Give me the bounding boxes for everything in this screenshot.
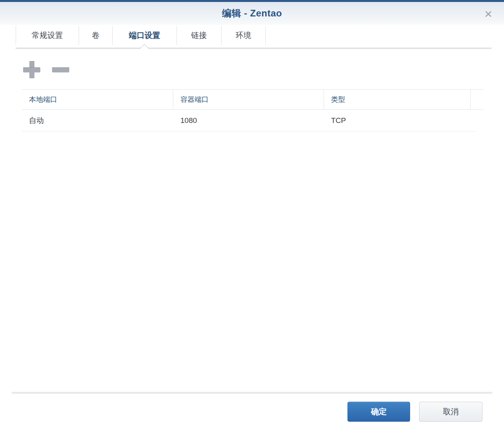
dialog-title: 编辑 - Zentao [0, 2, 504, 25]
minus-icon [52, 67, 69, 72]
tab-label: 环境 [236, 30, 251, 41]
cancel-button[interactable]: 取消 [419, 402, 482, 422]
column-header-spacer [471, 90, 484, 109]
footer-divider [12, 392, 492, 394]
tab-port-settings[interactable]: 端口设置 [112, 26, 176, 45]
tab-label: 端口设置 [129, 30, 160, 41]
tab-links[interactable]: 链接 [176, 26, 221, 45]
cell-local-port: 自动 [22, 110, 173, 131]
column-header-type[interactable]: 类型 [324, 90, 471, 109]
remove-port-button[interactable] [52, 61, 70, 79]
column-header-local-port[interactable]: 本地端口 [22, 90, 173, 109]
tab-environment[interactable]: 环境 [221, 26, 266, 45]
ok-button[interactable]: 确定 [347, 402, 410, 422]
tab-divider [16, 47, 491, 49]
plus-icon [23, 67, 40, 72]
column-header-container-port[interactable]: 容器端口 [173, 90, 324, 109]
port-table-header: 本地端口 容器端口 类型 [22, 89, 484, 110]
dialog-titlebar: 编辑 - Zentao × [0, 2, 504, 25]
cell-type: TCP [324, 110, 475, 131]
table-row[interactable]: 自动 1080 TCP [22, 110, 475, 132]
close-icon[interactable]: × [480, 5, 497, 22]
edit-container-dialog: 编辑 - Zentao × 常规设置 卷 端口设置 链接 环境 本地端口 [0, 0, 504, 426]
column-header-label: 类型 [331, 95, 345, 104]
tab-bar: 常规设置 卷 端口设置 链接 环境 [16, 26, 266, 45]
cell-container-port: 1080 [173, 110, 324, 131]
add-port-button[interactable] [23, 61, 41, 79]
tab-general-settings[interactable]: 常规设置 [16, 26, 79, 45]
tab-label: 链接 [191, 30, 207, 41]
tab-label: 常规设置 [32, 30, 63, 41]
tab-label: 卷 [92, 30, 100, 41]
port-toolbar [23, 61, 70, 79]
tab-volume[interactable]: 卷 [79, 26, 112, 45]
active-tab-notch [139, 44, 149, 54]
column-header-label: 容器端口 [180, 95, 209, 104]
column-header-label: 本地端口 [29, 95, 57, 104]
